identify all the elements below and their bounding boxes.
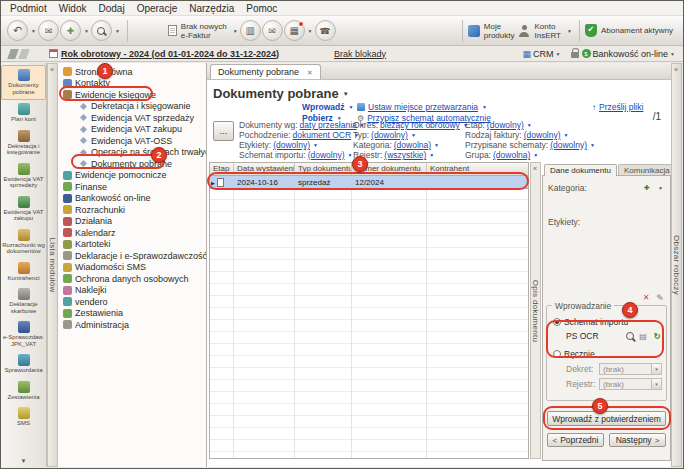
column-header[interactable]: Kontrahent <box>427 163 528 175</box>
apps-caret-icon[interactable] <box>308 28 313 34</box>
filter-value-link[interactable]: (dowolna) <box>493 150 530 160</box>
bankowosc-label[interactable]: Bankowość on-line <box>593 49 669 59</box>
moje-produkty-icon[interactable] <box>468 25 480 37</box>
edit-etykiety-icon[interactable] <box>655 293 665 303</box>
crm-caret-icon[interactable] <box>556 51 561 57</box>
module-shortcut[interactable]: Deklaracje skarbowe <box>1 285 46 318</box>
radio-recznie[interactable] <box>553 350 561 358</box>
moje-produkty-label[interactable]: Moje produkty <box>484 22 515 40</box>
page-title[interactable]: Dokumenty pobrane <box>213 86 349 101</box>
filter-value-link[interactable]: (dowolna) <box>394 140 431 150</box>
phone-icon[interactable] <box>315 20 336 41</box>
lista-modulow-bar[interactable]: Lista modułów <box>47 63 58 467</box>
module-shortcut[interactable]: Zestawienia <box>1 378 46 405</box>
tree-item[interactable]: Bankowość on-line <box>58 193 206 205</box>
tree-item[interactable]: Dekretacja i księgowanie <box>58 101 206 113</box>
menu-item[interactable]: Operacje <box>131 2 184 15</box>
rejestr-combo-caret-icon[interactable] <box>651 379 661 389</box>
poprzedni-button[interactable]: Poprzedni <box>547 433 604 447</box>
apps-grid-icon[interactable] <box>284 20 305 41</box>
brak-blokady-link[interactable]: Brak blokady <box>334 49 386 59</box>
table-row[interactable]: 2024-10-16 sprzedaż 12/2024 <box>210 176 528 189</box>
tree-item[interactable]: Ewidencje pomocnicze <box>58 170 206 182</box>
menu-item[interactable]: Narzędzia <box>183 2 240 15</box>
dekret-combo-caret-icon[interactable] <box>651 364 661 374</box>
filter-value-link[interactable]: (dowolny) <box>308 150 345 160</box>
opis-dokumentu-bar[interactable]: Opis dokumentu <box>530 162 541 459</box>
bankowosc-caret-icon[interactable] <box>670 51 675 57</box>
filter-value-link[interactable]: (dowolny) <box>524 130 561 140</box>
filter-value-link[interactable]: (dowolny) <box>371 130 408 140</box>
filter-value-link[interactable]: (wszystkie) <box>384 150 426 160</box>
module-shortcut[interactable]: Plan kont <box>1 100 46 127</box>
column-header[interactable]: Typ dokumentu <box>295 163 352 175</box>
module-shortcut[interactable]: Ewidencja VAT sprzedaży <box>1 160 46 193</box>
menu-item[interactable]: Podmiot <box>4 2 53 15</box>
konto-insert-label[interactable]: Konto InsERT <box>534 22 561 40</box>
tree-item[interactable]: Ewidencja VAT zakupu <box>58 124 206 136</box>
tab-dokumenty-pobrane[interactable]: Dokumenty pobrane <box>210 64 321 79</box>
schemat-search-icon[interactable] <box>626 332 634 340</box>
menu-item[interactable]: Widok <box>53 2 93 15</box>
tree-item[interactable]: Naklejki <box>58 285 206 297</box>
tab-close-icon[interactable] <box>307 67 313 77</box>
add-document-icon[interactable] <box>60 20 81 41</box>
tree-item[interactable]: Dokumenty pobrane <box>58 158 206 170</box>
add-caret-icon[interactable] <box>84 28 89 34</box>
module-shortcut[interactable]: Dokumenty pobrane <box>1 65 46 100</box>
module-shortcut[interactable]: Dekretacja i księgowanie <box>1 127 46 160</box>
filter-value-link[interactable]: (dowolny) <box>273 140 310 150</box>
filter-value-link[interactable]: dokument OCR <box>293 130 352 140</box>
module-shortcut[interactable]: Ewidencja VAT zakupu <box>1 193 46 226</box>
add-category-icon[interactable] <box>642 183 652 193</box>
schemat-list-icon[interactable] <box>638 331 648 341</box>
table-body[interactable]: 2024-10-16 sprzedaż 12/2024 <box>210 176 528 458</box>
crm-label[interactable]: CRM <box>533 49 554 59</box>
tree-item[interactable]: Rozrachunki <box>58 204 206 216</box>
more-filters-button[interactable]: ... <box>213 121 234 141</box>
tree-item[interactable]: Operacje na środkach trwałych <box>58 147 206 159</box>
rejestr-combo[interactable]: (brak) <box>599 378 662 390</box>
filter-value-link[interactable]: daty przesłania <box>300 120 357 130</box>
module-shortcut[interactable]: Kontrahenci <box>1 259 46 286</box>
wprowadz-link[interactable]: Wprowadź <box>302 102 353 112</box>
module-shortcut[interactable]: e-Sprawozdaw. JPK_VAT <box>1 318 46 351</box>
dekret-combo[interactable]: (brak) <box>599 363 662 375</box>
tree-item[interactable]: Ewidencja VAT sprzedaży <box>58 112 206 124</box>
tree-item[interactable]: Zestawienia <box>58 308 206 320</box>
radio-schemat-importu[interactable] <box>553 318 561 326</box>
menu-item[interactable]: Dodaj <box>92 2 130 15</box>
tree-item[interactable]: Administracja <box>58 319 206 331</box>
tree-item[interactable]: Ochrona danych osobowych <box>58 273 206 285</box>
tree-item[interactable]: Kalendarz <box>58 227 206 239</box>
rok-obrotowy-link[interactable]: Rok obrotowy - 2024 (od 01-01-2024 do 31… <box>61 49 279 59</box>
tree-item[interactable]: Strona główna <box>58 66 206 78</box>
tree-item[interactable]: Wiadomości SMS <box>58 262 206 274</box>
przeslij-pliki-link[interactable]: Prześlij pliki <box>592 102 643 112</box>
efaktury-caret-icon[interactable] <box>233 28 238 34</box>
tree-item[interactable]: Ewidencja VAT-OSS <box>58 135 206 147</box>
inbox-icon[interactable] <box>240 20 261 41</box>
tree-item[interactable]: Kartoteki <box>58 239 206 251</box>
crm-grid-icon[interactable] <box>523 49 532 59</box>
expand-opis-icon[interactable] <box>533 165 537 172</box>
konto-caret-icon[interactable] <box>567 28 572 34</box>
wprowadz-z-potwierdzeniem-button[interactable]: Wprowadź z potwierdzeniem <box>547 411 666 426</box>
efaktura-document-icon[interactable] <box>168 25 177 36</box>
konto-insert-icon[interactable] <box>518 25 530 37</box>
nastepny-button[interactable]: Następny <box>609 433 666 447</box>
clear-etykiety-icon[interactable] <box>641 293 651 303</box>
ustaw-miejsce-link[interactable]: Ustaw miejsce przetwarzania <box>357 102 487 112</box>
obszar-roboczy-bar[interactable]: Obszar roboczy <box>671 63 682 467</box>
undo-icon[interactable] <box>7 20 28 41</box>
tree-item[interactable]: Działania <box>58 216 206 228</box>
more-modules-icon[interactable] <box>1 454 46 465</box>
mail-icon[interactable] <box>262 20 283 41</box>
schemat-refresh-icon[interactable] <box>652 331 662 341</box>
menu-item[interactable]: Pomoc <box>240 2 283 15</box>
filter-value-link[interactable]: (dowolny) <box>550 140 587 150</box>
mail-send-icon[interactable] <box>38 20 59 41</box>
search-icon[interactable] <box>91 20 112 41</box>
tab-dane-dokumentu[interactable]: Dane dokumentu <box>544 164 617 176</box>
module-shortcut[interactable]: Sprawozdania <box>1 351 46 378</box>
